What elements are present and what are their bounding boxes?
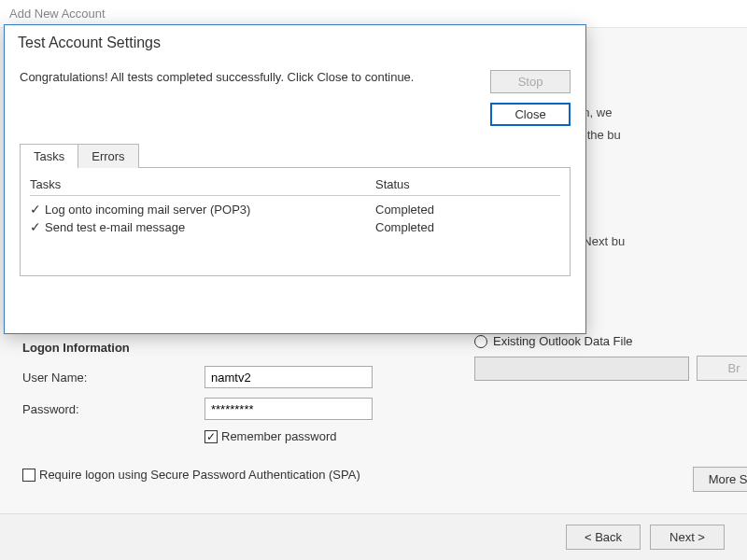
tab-tasks[interactable]: Tasks	[20, 144, 78, 168]
logon-section-label: Logon Information	[22, 341, 461, 355]
wizard-footer: < Back Next >	[0, 513, 747, 560]
check-icon: ✓	[30, 202, 45, 217]
next-button-label: Next >	[669, 530, 705, 544]
username-label: User Name:	[22, 371, 204, 385]
stop-button[interactable]: Stop	[490, 70, 571, 93]
task-cell: Log onto incoming mail server (POP3)	[45, 203, 375, 217]
radio-icon	[474, 335, 487, 348]
next-button[interactable]: Next >	[650, 525, 725, 550]
more-settings-label: More Sett	[709, 472, 747, 486]
radio-option-2-label: Existing Outlook Data File	[493, 334, 633, 348]
more-settings-button[interactable]: More Sett	[693, 467, 747, 492]
col-header-status: Status	[375, 175, 487, 193]
close-button[interactable]: Close	[490, 103, 571, 126]
tab-errors-label: Errors	[92, 149, 124, 163]
radio-row-existing-file[interactable]: Existing Outlook Data File	[474, 334, 747, 348]
back-button-label: < Back	[585, 530, 622, 544]
browse-button-label: Br	[728, 361, 740, 375]
remember-password-checkbox[interactable]	[204, 430, 218, 443]
back-button[interactable]: < Back	[566, 525, 641, 550]
modal-message: Congratulations! All tests completed suc…	[20, 70, 462, 84]
data-file-path-input[interactable]	[474, 357, 689, 381]
password-input[interactable]	[204, 398, 373, 420]
tab-panel: Tasks Status ✓ Log onto incoming mail se…	[20, 168, 571, 276]
table-row: ✓ Log onto incoming mail server (POP3) C…	[30, 202, 560, 217]
tab-errors[interactable]: Errors	[78, 144, 138, 168]
tab-tasks-label: Tasks	[34, 149, 64, 163]
close-button-label: Close	[514, 107, 545, 121]
col-header-tasks: Tasks	[30, 175, 375, 193]
stop-button-label: Stop	[518, 75, 543, 89]
tab-area: Tasks Errors Tasks Status ✓ Log onto inc…	[20, 143, 571, 276]
remember-password-label: Remember password	[221, 429, 337, 443]
username-input[interactable]	[204, 366, 373, 388]
spa-checkbox[interactable]	[22, 469, 35, 482]
status-cell: Completed	[375, 220, 487, 234]
task-cell: Send test e-mail message	[45, 220, 375, 234]
bg-window-title: Add New Account	[9, 7, 106, 21]
check-icon: ✓	[30, 219, 45, 234]
browse-button[interactable]: Br	[697, 356, 747, 381]
modal-title: Test Account Settings	[5, 25, 585, 61]
password-label: Password:	[22, 402, 204, 416]
spa-label: Require logon using Secure Password Auth…	[39, 468, 360, 482]
logon-information-block: Logon Information User Name: Password: R…	[22, 341, 461, 482]
status-cell: Completed	[375, 203, 487, 217]
test-account-settings-dialog: Test Account Settings Congratulations! A…	[4, 24, 586, 334]
table-row: ✓ Send test e-mail message Completed	[30, 219, 560, 234]
